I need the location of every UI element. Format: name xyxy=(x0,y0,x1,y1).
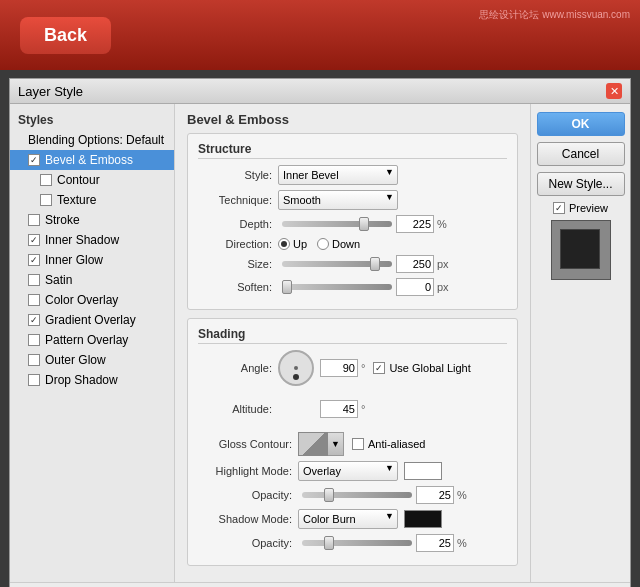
new-style-button[interactable]: New Style... xyxy=(537,172,625,196)
depth-slider-thumb[interactable] xyxy=(359,217,369,231)
sidebar-item-outer-glow[interactable]: Outer Glow xyxy=(10,350,174,370)
highlight-mode-row: Highlight Mode: Overlay xyxy=(198,461,507,481)
brand-text: 思绘设计论坛 www.missvuan.com xyxy=(479,8,630,22)
cancel-button[interactable]: Cancel xyxy=(537,142,625,166)
sidebar-item-drop-shadow[interactable]: Drop Shadow xyxy=(10,370,174,390)
highlight-mode-select-wrapper[interactable]: Overlay xyxy=(298,461,398,481)
angle-unit: ° xyxy=(361,362,365,374)
direction-up-radio[interactable]: Up xyxy=(278,238,307,250)
close-button[interactable]: ✕ xyxy=(606,83,622,99)
highlight-color-swatch[interactable] xyxy=(404,462,442,480)
inner-glow-checkbox[interactable] xyxy=(28,254,40,266)
soften-label: Soften: xyxy=(198,281,278,293)
gloss-contour-dropdown[interactable]: ▼ xyxy=(328,432,344,456)
altitude-label: Altitude: xyxy=(198,403,278,415)
direction-row: Direction: Up Down xyxy=(198,238,507,250)
soften-input[interactable] xyxy=(396,278,434,296)
size-label: Size: xyxy=(198,258,278,270)
sidebar-item-stroke[interactable]: Stroke xyxy=(10,210,174,230)
contour-checkbox[interactable] xyxy=(40,174,52,186)
depth-unit: % xyxy=(437,218,447,230)
style-select[interactable]: Inner Bevel xyxy=(278,165,398,185)
back-button[interactable]: Back xyxy=(20,17,111,54)
altitude-input[interactable] xyxy=(320,400,358,418)
size-slider-track[interactable] xyxy=(282,261,392,267)
highlight-opacity-slider[interactable] xyxy=(302,492,412,498)
soften-slider-thumb[interactable] xyxy=(282,280,292,294)
bevel-emboss-label: Bevel & Emboss xyxy=(45,153,133,167)
sidebar-item-bevel-emboss[interactable]: Bevel & Emboss xyxy=(10,150,174,170)
shadow-mode-select[interactable]: Color Burn xyxy=(298,509,398,529)
global-light-row: Use Global Light xyxy=(373,362,470,374)
pattern-overlay-checkbox[interactable] xyxy=(28,334,40,346)
soften-row: Soften: px xyxy=(198,278,507,296)
blending-options-item[interactable]: Blending Options: Default xyxy=(10,130,174,150)
direction-label: Direction: xyxy=(198,238,278,250)
preview-box xyxy=(551,220,611,280)
preview-checkbox[interactable] xyxy=(553,202,565,214)
color-overlay-checkbox[interactable] xyxy=(28,294,40,306)
sidebar-item-gradient-overlay[interactable]: Gradient Overlay xyxy=(10,310,174,330)
technique-select[interactable]: Smooth xyxy=(278,190,398,210)
sidebar-item-texture[interactable]: Texture xyxy=(10,190,174,210)
sidebar-item-color-overlay[interactable]: Color Overlay xyxy=(10,290,174,310)
shadow-mode-select-wrapper[interactable]: Color Burn xyxy=(298,509,398,529)
shadow-opacity-slider[interactable] xyxy=(302,540,412,546)
bevel-emboss-checkbox[interactable] xyxy=(28,154,40,166)
size-input[interactable] xyxy=(396,255,434,273)
direction-down-circle[interactable] xyxy=(317,238,329,250)
angle-wheel[interactable] xyxy=(278,350,314,386)
depth-slider-track[interactable] xyxy=(282,221,392,227)
texture-label: Texture xyxy=(57,193,96,207)
sidebar-item-pattern-overlay[interactable]: Pattern Overlay xyxy=(10,330,174,350)
inner-shadow-checkbox[interactable] xyxy=(28,234,40,246)
gradient-overlay-checkbox[interactable] xyxy=(28,314,40,326)
technique-select-wrapper[interactable]: Smooth xyxy=(278,190,398,210)
sidebar-item-inner-glow[interactable]: Inner Glow xyxy=(10,250,174,270)
shadow-opacity-thumb[interactable] xyxy=(324,536,334,550)
texture-checkbox[interactable] xyxy=(40,194,52,206)
size-row: Size: px xyxy=(198,255,507,273)
technique-label: Technique: xyxy=(198,194,278,206)
preview-box-inner xyxy=(560,229,600,269)
altitude-row: Altitude: ° xyxy=(198,391,507,427)
preview-label-row: Preview xyxy=(553,202,608,214)
highlight-opacity-row: Opacity: % xyxy=(198,486,507,504)
direction-radio-group: Up Down xyxy=(278,238,360,250)
sidebar-item-inner-shadow[interactable]: Inner Shadow xyxy=(10,230,174,250)
size-slider-thumb[interactable] xyxy=(370,257,380,271)
anti-aliased-checkbox[interactable] xyxy=(352,438,364,450)
sidebar-item-contour[interactable]: Contour xyxy=(10,170,174,190)
outer-glow-checkbox[interactable] xyxy=(28,354,40,366)
soften-slider-track[interactable] xyxy=(282,284,392,290)
drop-shadow-checkbox[interactable] xyxy=(28,374,40,386)
top-bar: Back 思绘设计论坛 www.missvuan.com xyxy=(0,0,640,70)
gloss-contour-preview[interactable] xyxy=(298,432,328,456)
angle-input[interactable] xyxy=(320,359,358,377)
depth-input[interactable] xyxy=(396,215,434,233)
ok-button[interactable]: OK xyxy=(537,112,625,136)
highlight-opacity-input[interactable] xyxy=(416,486,454,504)
blending-options-label: Blending Options: Default xyxy=(28,133,164,147)
shadow-color-swatch[interactable] xyxy=(404,510,442,528)
layer-style-dialog: Layer Style ✕ Styles Blending Options: D… xyxy=(9,78,631,587)
global-light-checkbox[interactable] xyxy=(373,362,385,374)
gradient-overlay-label: Gradient Overlay xyxy=(45,313,136,327)
satin-checkbox[interactable] xyxy=(28,274,40,286)
stroke-checkbox[interactable] xyxy=(28,214,40,226)
angle-indicator xyxy=(293,374,299,380)
direction-up-circle[interactable] xyxy=(278,238,290,250)
shadow-opacity-input[interactable] xyxy=(416,534,454,552)
direction-down-radio[interactable]: Down xyxy=(317,238,360,250)
depth-label: Depth: xyxy=(198,218,278,230)
highlight-opacity-thumb[interactable] xyxy=(324,488,334,502)
left-panel: Styles Blending Options: Default Bevel &… xyxy=(10,104,175,582)
highlight-mode-select[interactable]: Overlay xyxy=(298,461,398,481)
shading-section: Shading Angle: ° Use Global Light xyxy=(187,318,518,566)
sidebar-item-satin[interactable]: Satin xyxy=(10,270,174,290)
styles-label: Styles xyxy=(10,110,174,130)
altitude-unit: ° xyxy=(361,403,365,415)
style-select-wrapper[interactable]: Inner Bevel xyxy=(278,165,398,185)
dialog-body: Styles Blending Options: Default Bevel &… xyxy=(10,104,630,582)
angle-label: Angle: xyxy=(198,362,278,374)
